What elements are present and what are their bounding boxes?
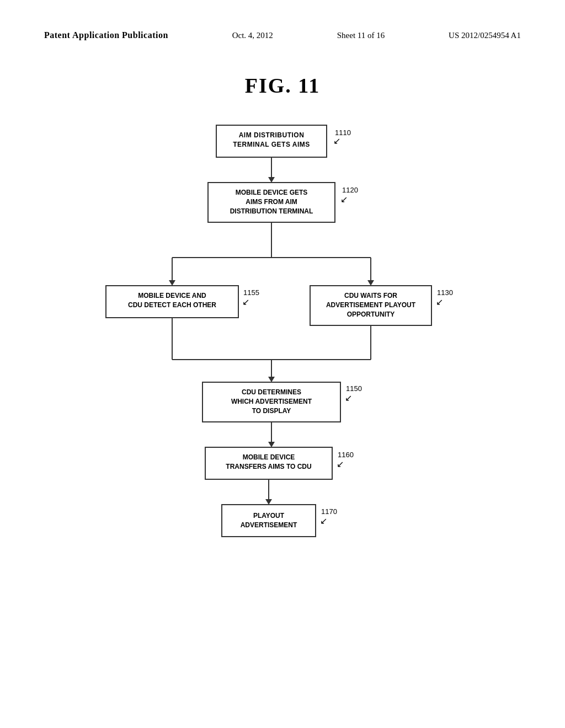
- svg-text:AIMS FROM AIM: AIMS FROM AIM: [246, 198, 297, 206]
- figure-title: FIG. 11: [0, 73, 565, 98]
- svg-marker-34: [268, 377, 275, 382]
- svg-text:MOBILE DEVICE: MOBILE DEVICE: [243, 453, 295, 461]
- svg-marker-6: [268, 177, 275, 183]
- sheet-info: Sheet 11 of 16: [337, 31, 385, 40]
- svg-text:1160: 1160: [338, 451, 354, 459]
- svg-text:↙: ↙: [337, 459, 344, 469]
- svg-text:1155: 1155: [243, 288, 259, 297]
- svg-text:1150: 1150: [346, 384, 362, 393]
- svg-text:ADVERTISEMENT: ADVERTISEMENT: [241, 521, 297, 529]
- svg-text:ADVERTISEMENT PLAYOUT: ADVERTISEMENT PLAYOUT: [326, 301, 416, 309]
- patent-number: US 2012/0254954 A1: [449, 31, 521, 40]
- svg-text:↙: ↙: [320, 516, 327, 526]
- publication-date: Oct. 4, 2012: [232, 31, 273, 40]
- svg-text:TRANSFERS AIMS TO CDU: TRANSFERS AIMS TO CDU: [226, 463, 311, 470]
- publication-title: Patent Application Publication: [44, 30, 168, 40]
- svg-text:1170: 1170: [321, 507, 337, 516]
- svg-text:AIM DISTRIBUTION: AIM DISTRIBUTION: [239, 131, 305, 139]
- svg-text:TO DISPLAY: TO DISPLAY: [252, 407, 291, 415]
- svg-text:↙: ↙: [242, 297, 249, 307]
- svg-text:CDU DETECT EACH OTHER: CDU DETECT EACH OTHER: [128, 301, 216, 309]
- header: Patent Application Publication Oct. 4, 2…: [0, 0, 565, 40]
- svg-text:CDU WAITS FOR: CDU WAITS FOR: [344, 292, 397, 299]
- svg-text:1110: 1110: [335, 129, 351, 137]
- flowchart: AIM DISTRIBUTION TERMINAL GETS AIMS 1110…: [89, 120, 476, 577]
- svg-text:1120: 1120: [342, 186, 358, 194]
- svg-text:1130: 1130: [437, 288, 453, 297]
- svg-text:↙: ↙: [436, 297, 443, 307]
- svg-text:TERMINAL GETS AIMS: TERMINAL GETS AIMS: [233, 141, 310, 148]
- page: Patent Application Publication Oct. 4, 2…: [0, 0, 565, 728]
- svg-text:OPPORTUNITY: OPPORTUNITY: [347, 311, 395, 318]
- svg-text:DISTRIBUTION TERMINAL: DISTRIBUTION TERMINAL: [230, 207, 313, 215]
- svg-text:MOBILE DEVICE AND: MOBILE DEVICE AND: [138, 292, 206, 299]
- svg-text:WHICH ADVERTISEMENT: WHICH ADVERTISEMENT: [231, 398, 312, 405]
- svg-text:MOBILE DEVICE GETS: MOBILE DEVICE GETS: [236, 189, 308, 196]
- svg-marker-18: [367, 280, 374, 286]
- svg-marker-49: [265, 499, 272, 505]
- svg-text:↙: ↙: [333, 136, 340, 146]
- svg-marker-42: [268, 442, 275, 447]
- svg-text:↙: ↙: [345, 393, 352, 403]
- svg-text:CDU DETERMINES: CDU DETERMINES: [242, 388, 301, 396]
- svg-marker-16: [169, 280, 175, 286]
- svg-text:PLAYOUT: PLAYOUT: [253, 512, 285, 520]
- svg-text:↙: ↙: [340, 195, 348, 204]
- svg-rect-50: [222, 505, 316, 537]
